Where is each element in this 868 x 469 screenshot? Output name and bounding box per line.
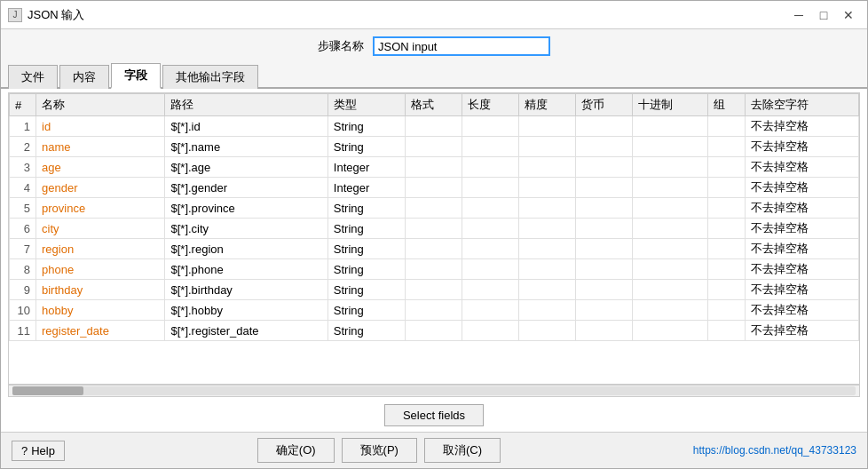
table-cell <box>575 157 632 178</box>
help-label: Help <box>31 444 55 457</box>
table-cell <box>575 116 632 137</box>
table-cell <box>632 321 707 341</box>
table-row[interactable]: 1id$[*].idString不去掉空格 <box>10 116 859 137</box>
preview-button[interactable]: 预览(P) <box>342 438 417 463</box>
table-cell <box>406 300 462 321</box>
table-cell: Integer <box>327 178 406 198</box>
minimize-button[interactable]: ─ <box>787 5 810 25</box>
table-cell: 8 <box>10 259 36 280</box>
table-cell <box>707 178 746 198</box>
tab-other-output-fields[interactable]: 其他输出字段 <box>162 65 258 89</box>
col-precision: 精度 <box>519 94 576 116</box>
bottom-bar: ? Help 确定(O) 预览(P) 取消(C) https://blog.cs… <box>1 432 867 468</box>
select-fields-button[interactable]: Select fields <box>384 404 484 426</box>
tab-fields[interactable]: 字段 <box>111 63 161 89</box>
col-name: 名称 <box>36 94 165 116</box>
horizontal-scrollbar[interactable] <box>8 385 860 397</box>
table-cell: $[*].city <box>165 219 327 239</box>
table-row[interactable]: 3age$[*].ageInteger不去掉空格 <box>10 157 859 178</box>
table-cell: String <box>327 198 406 219</box>
table-cell <box>707 198 746 219</box>
table-cell: 不去掉空格 <box>746 300 859 321</box>
table-cell <box>462 219 519 239</box>
table-cell: String <box>327 239 406 259</box>
maximize-button[interactable]: □ <box>812 5 835 25</box>
tabs-row: 文件 内容 字段 其他输出字段 <box>1 61 867 89</box>
step-name-input[interactable] <box>373 36 550 56</box>
table-cell <box>462 239 519 259</box>
table-cell: 不去掉空格 <box>746 178 859 198</box>
col-path: 路径 <box>165 94 327 116</box>
table-row[interactable]: 2name$[*].nameString不去掉空格 <box>10 137 859 157</box>
table-cell <box>632 178 707 198</box>
table-row[interactable]: 6city$[*].cityString不去掉空格 <box>10 219 859 239</box>
table-cell <box>575 239 632 259</box>
table-cell <box>707 157 746 178</box>
table-cell <box>462 178 519 198</box>
col-type: 类型 <box>327 94 406 116</box>
table-row[interactable]: 4gender$[*].genderInteger不去掉空格 <box>10 178 859 198</box>
table-cell: $[*].phone <box>165 259 327 280</box>
table-cell <box>707 116 746 137</box>
table-row[interactable]: 5province$[*].provinceString不去掉空格 <box>10 198 859 219</box>
table-cell: region <box>36 239 165 259</box>
table-cell <box>519 157 576 178</box>
main-window: J JSON 输入 ─ □ ✕ 步骤名称 文件 内容 字段 其他输出字段 # 名… <box>0 0 868 469</box>
table-cell: String <box>327 137 406 157</box>
tab-file[interactable]: 文件 <box>8 65 58 89</box>
table-cell <box>462 321 519 341</box>
table-cell <box>462 157 519 178</box>
col-length: 长度 <box>462 94 519 116</box>
table-cell: String <box>327 300 406 321</box>
help-button[interactable]: ? Help <box>12 441 65 461</box>
table-cell: register_date <box>36 321 165 341</box>
table-cell <box>707 239 746 259</box>
table-row[interactable]: 10hobby$[*].hobbyString不去掉空格 <box>10 300 859 321</box>
table-row[interactable]: 9birthday$[*].birthdayString不去掉空格 <box>10 280 859 300</box>
confirm-button[interactable]: 确定(O) <box>257 438 335 463</box>
table-cell <box>406 321 462 341</box>
table-cell: 不去掉空格 <box>746 157 859 178</box>
window-icon: J <box>8 8 22 22</box>
table-cell: 7 <box>10 239 36 259</box>
table-cell: 不去掉空格 <box>746 198 859 219</box>
table-cell: gender <box>36 178 165 198</box>
table-cell <box>632 198 707 219</box>
tab-content[interactable]: 内容 <box>59 65 109 89</box>
table-cell <box>632 259 707 280</box>
table-cell <box>575 259 632 280</box>
table-cell: String <box>327 280 406 300</box>
table-cell <box>707 137 746 157</box>
table-cell <box>406 137 462 157</box>
table-row[interactable]: 11register_date$[*].register_dateString不… <box>10 321 859 341</box>
table-cell: id <box>36 116 165 137</box>
table-cell: $[*].region <box>165 239 327 259</box>
table-cell <box>406 116 462 137</box>
table-cell <box>575 280 632 300</box>
step-name-row: 步骤名称 <box>1 29 867 61</box>
table-cell <box>519 178 576 198</box>
table-cell: $[*].birthday <box>165 280 327 300</box>
col-num: # <box>10 94 36 116</box>
csdn-link[interactable]: https://blog.csdn.net/qq_43733123 <box>693 444 856 457</box>
table-cell <box>707 219 746 239</box>
table-cell: 11 <box>10 321 36 341</box>
table-cell: $[*].register_date <box>165 321 327 341</box>
table-row[interactable]: 7region$[*].regionString不去掉空格 <box>10 239 859 259</box>
table-cell: birthday <box>36 280 165 300</box>
table-cell <box>575 198 632 219</box>
fields-table-container[interactable]: # 名称 路径 类型 格式 长度 精度 货币 十进制 组 去除空字符 1id$[… <box>8 92 860 385</box>
step-name-label: 步骤名称 <box>318 38 364 54</box>
title-bar: J JSON 输入 ─ □ ✕ <box>1 1 867 29</box>
scrollbar-thumb[interactable] <box>12 386 83 395</box>
table-cell: province <box>36 198 165 219</box>
table-cell: 6 <box>10 219 36 239</box>
table-cell <box>406 280 462 300</box>
col-decimal: 十进制 <box>632 94 707 116</box>
table-cell <box>519 116 576 137</box>
table-row[interactable]: 8phone$[*].phoneString不去掉空格 <box>10 259 859 280</box>
table-cell: 1 <box>10 116 36 137</box>
col-format: 格式 <box>406 94 462 116</box>
cancel-button[interactable]: 取消(C) <box>424 438 501 463</box>
close-button[interactable]: ✕ <box>837 5 860 25</box>
